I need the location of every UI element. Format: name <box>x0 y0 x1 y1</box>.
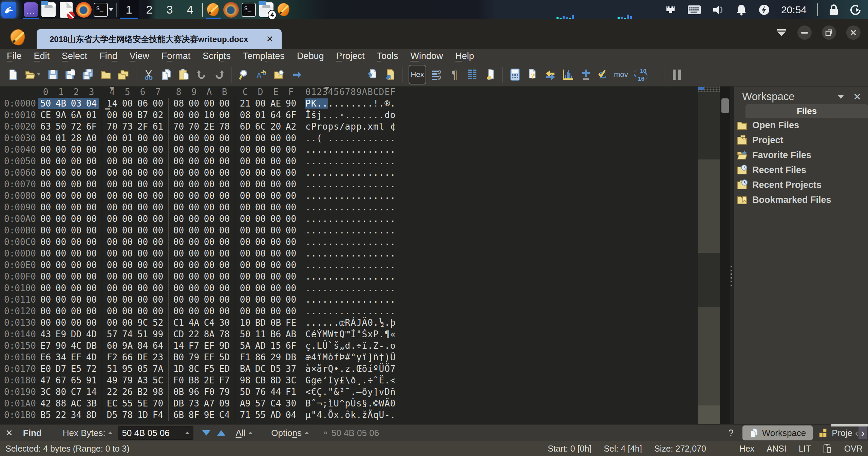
hex-row[interactable]: 0:00C000000000000000000000000000000000..… <box>0 236 696 248</box>
hex-row[interactable]: 0:006000000000000000000000000000000000..… <box>0 167 696 178</box>
hex-row[interactable]: 0:014043E9DD4D57745199CD228A785011B6ABCé… <box>0 328 696 340</box>
hex-row[interactable]: 0:0180476765914979A35CF0B82EF798CB8D3CGg… <box>0 375 696 386</box>
hex-row[interactable]: 0:0030040128A0000100000000000000000000..… <box>0 132 696 144</box>
hex-row[interactable]: 0:011000000000000000000000000000000000..… <box>0 294 696 305</box>
hex-row[interactable]: 0:00F000000000000000000000000000000000..… <box>0 271 696 282</box>
kali-menu-button[interactable] <box>0 0 18 19</box>
find-all-button[interactable]: All <box>235 428 245 438</box>
desktop-2[interactable]: 2 <box>139 0 159 19</box>
jump-up-button[interactable] <box>381 65 399 84</box>
workspace-item-recent-projects[interactable]: Recent Projects <box>734 177 868 192</box>
workspace-item-project[interactable]: Project <box>734 133 868 148</box>
jump-down-button[interactable] <box>364 65 381 84</box>
menu-tools[interactable]: Tools <box>377 51 398 61</box>
hex-row[interactable]: 0:012000000000000000000000000000000000..… <box>0 305 696 317</box>
replace-button[interactable]: AB <box>253 65 271 84</box>
files-section-header[interactable]: Files <box>746 104 868 118</box>
workspace-item-favorite-files[interactable]: Favorite Files <box>734 148 868 163</box>
task-terminal-2[interactable]: $_ <box>240 0 258 19</box>
hex-mode-toggle[interactable]: Hex <box>409 65 426 84</box>
task-010-editor[interactable] <box>205 0 222 19</box>
menu-file[interactable]: File <box>7 51 22 61</box>
desktop-3[interactable]: 3 <box>159 0 180 19</box>
cut-button[interactable] <box>140 65 157 84</box>
tab-close-icon[interactable]: ✕ <box>261 34 273 44</box>
menu-edit[interactable]: Edit <box>34 51 50 61</box>
menu-window[interactable]: Window <box>411 51 443 61</box>
show-whitespace-button[interactable]: ¶ <box>446 65 464 84</box>
hex-row[interactable]: 0:0010CE9A6A010000B702000010000801646FÎš… <box>0 109 696 121</box>
task-file-manager[interactable] <box>40 0 57 19</box>
checksum-button[interactable]: Σ <box>595 65 612 84</box>
hex-row[interactable]: 0:0000504B030414000600080000002100AE90PK… <box>0 98 696 109</box>
menu-view[interactable]: View <box>130 51 149 61</box>
goto-button[interactable] <box>288 65 306 84</box>
logout-icon[interactable] <box>850 4 862 16</box>
wrap-lines-button[interactable] <box>428 65 446 84</box>
hex-editor[interactable]: 0123456789ABCDEF0123456789ABCDEF 0:00005… <box>0 87 696 424</box>
find-previous-button[interactable] <box>217 430 225 436</box>
lock-screen-icon[interactable] <box>829 4 839 16</box>
find-input[interactable]: 50 4B 05 06 <box>118 426 193 440</box>
hex-row[interactable]: 0:0150E7904CDB609A846414F7EF9D5AAD156Fç.… <box>0 340 696 352</box>
tab-scroll-left-icon[interactable]: ‹ <box>855 427 858 439</box>
shade-window-icon[interactable] <box>777 29 786 36</box>
paste-button[interactable] <box>175 65 193 84</box>
menu-project[interactable]: Project <box>336 51 364 61</box>
chevron-up-icon[interactable] <box>304 432 309 434</box>
find-type-label[interactable]: Hex Bytes: <box>63 428 106 438</box>
new-file-button[interactable] <box>4 65 22 84</box>
task-terminal[interactable]: $_ <box>93 0 114 19</box>
menu-debug[interactable]: Debug <box>297 51 324 61</box>
network-icon[interactable] <box>664 4 677 16</box>
clock[interactable]: 20:54 <box>781 4 807 16</box>
hex-row[interactable]: 0:00E000000000000000000000000000000000..… <box>0 259 696 271</box>
power-management-icon[interactable] <box>758 4 770 16</box>
workspace-item-bookmarked-files[interactable]: Bookmarked Files <box>734 192 868 207</box>
workspace-item-recent-files[interactable]: Recent Files <box>734 163 868 177</box>
find-options-button[interactable]: Options <box>271 428 302 438</box>
overwrite-mode[interactable]: OVR <box>844 444 863 454</box>
task-file-manager-2[interactable]: 4 <box>258 0 275 19</box>
hex-row[interactable]: 0:0170E0D7E5725195057A1D8CF5EDBADCD537à×… <box>0 363 696 375</box>
calculator-button[interactable] <box>506 65 524 84</box>
workspace-panel-tab[interactable]: Workspace <box>742 425 813 440</box>
vertical-scrollbar[interactable] <box>720 87 730 424</box>
menu-templates[interactable]: Templates <box>243 51 285 61</box>
task-text-editor[interactable] <box>57 0 75 19</box>
pause-button[interactable] <box>668 65 685 84</box>
find-close-icon[interactable]: ✕ <box>5 428 13 438</box>
hex-row[interactable]: 0:010000000000000000000000000000000000..… <box>0 282 696 294</box>
highlight-button[interactable] <box>481 65 499 84</box>
menu-help[interactable]: Help <box>455 51 474 61</box>
collapse-panel-icon[interactable] <box>838 95 844 99</box>
project-panel-tab[interactable]: Proje <box>813 428 854 438</box>
hex-row[interactable]: 0:0160E634EF4DF266DE23B079EF5DF18629DBæ4… <box>0 352 696 363</box>
close-file-button[interactable] <box>97 65 115 84</box>
hex-row[interactable]: 0:01903C80C7142226B2980B96F0795D7644F1<€… <box>0 386 696 398</box>
hex-row[interactable]: 0:009000000000000000000000000000000000..… <box>0 202 696 213</box>
save-all-button[interactable] <box>79 65 97 84</box>
notifications-bell-icon[interactable] <box>736 4 747 16</box>
undo-button[interactable] <box>193 65 210 84</box>
panel-splitter-handle[interactable] <box>731 266 732 286</box>
menu-find[interactable]: Find <box>99 51 117 61</box>
task-firefox-2[interactable] <box>222 0 240 19</box>
menu-format[interactable]: Format <box>162 51 191 61</box>
volume-icon[interactable] <box>712 4 725 16</box>
desktop-4[interactable]: 4 <box>180 0 200 19</box>
close-panel-icon[interactable]: ✕ <box>853 91 861 102</box>
save-as-button[interactable] <box>62 65 79 84</box>
redo-button[interactable] <box>210 65 228 84</box>
keyboard-icon[interactable] <box>687 5 701 15</box>
close-all-button[interactable] <box>115 65 132 84</box>
scrollbar-thumb[interactable] <box>721 98 729 113</box>
base-converter-button[interactable]: 1016 <box>630 65 652 84</box>
maximize-button[interactable] <box>822 25 836 40</box>
hex-row[interactable]: 0:007000000000000000000000000000000000..… <box>0 178 696 190</box>
find-history-value[interactable]: 50 4B 05 06 <box>332 428 379 438</box>
copy-button[interactable] <box>157 65 175 84</box>
task-firefox[interactable] <box>75 0 93 19</box>
operations-button[interactable] <box>577 65 595 84</box>
tab-scroll-right-icon[interactable]: › <box>858 426 867 439</box>
